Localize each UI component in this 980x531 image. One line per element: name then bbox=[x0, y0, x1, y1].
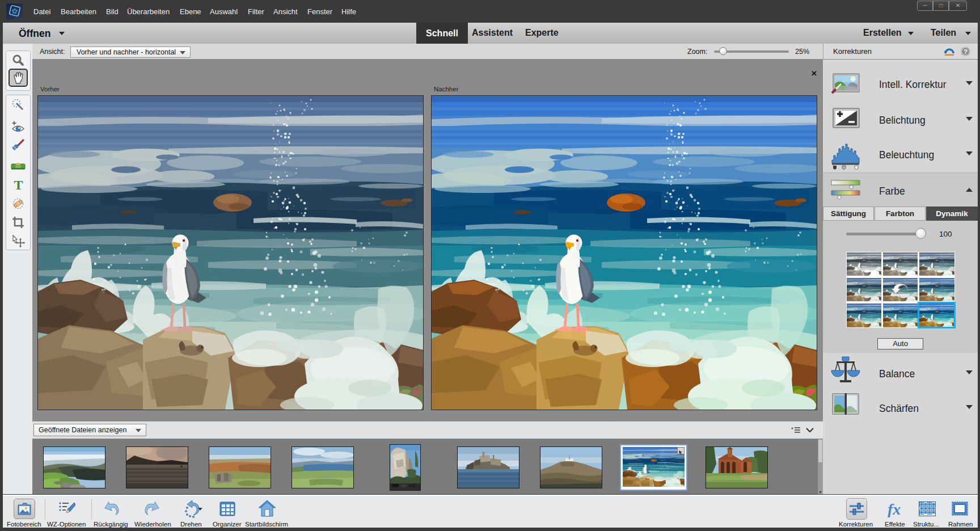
svg-text:T: T bbox=[14, 179, 23, 191]
svg-text:fx: fx bbox=[888, 500, 901, 517]
svg-text:?: ? bbox=[964, 48, 968, 55]
